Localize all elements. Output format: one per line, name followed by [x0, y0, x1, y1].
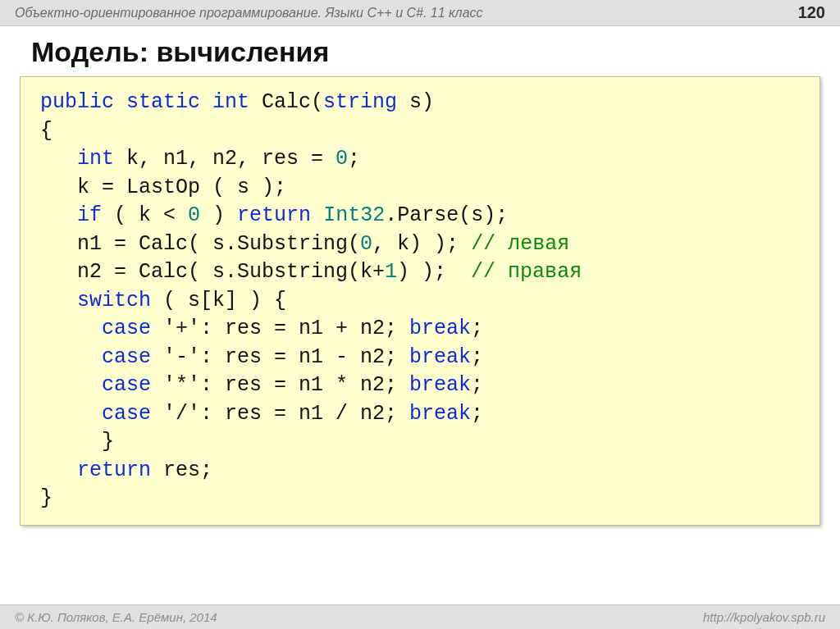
slide: Объектно-ориентированное программировани…	[0, 0, 840, 629]
code-token: 1	[385, 260, 397, 284]
footer-bar: © К.Ю. Поляков, Е.А. Ерёмин, 2014 http:/…	[0, 604, 840, 629]
header-bar: Объектно-ориентированное программировани…	[0, 0, 840, 26]
code-comment: // левая	[471, 232, 569, 256]
code-token: break	[409, 345, 471, 369]
code-token: s)	[397, 90, 434, 114]
code-token: case	[102, 345, 151, 369]
code-token: Int32	[323, 203, 385, 227]
code-token: ;	[471, 373, 483, 397]
code-token: n1 = Calc( s.Substring(	[40, 232, 360, 256]
code-token: ;	[471, 402, 483, 426]
code-listing: public static int Calc(string s) { int k…	[40, 89, 805, 513]
code-token: , k) );	[372, 232, 471, 256]
code-token: ;	[471, 317, 483, 340]
code-token: switch	[77, 289, 151, 312]
code-token: 0	[360, 232, 372, 256]
page-number: 120	[798, 3, 825, 22]
code-token: '/': res = n1 / n2;	[151, 402, 409, 426]
code-token: ;	[348, 147, 360, 171]
footer-url: http://kpolyakov.spb.ru	[703, 610, 825, 624]
code-token: 0	[188, 203, 200, 227]
code-token: break	[409, 402, 471, 426]
code-token: res;	[151, 458, 212, 482]
code-token: k, n1, n2, res =	[114, 147, 336, 171]
code-token: )	[200, 203, 237, 227]
code-token	[311, 203, 323, 227]
code-token: '*': res = n1 * n2;	[151, 373, 409, 397]
code-token: '+': res = n1 + n2;	[151, 317, 409, 340]
code-token: case	[102, 317, 151, 340]
code-token: Calc(	[249, 90, 323, 114]
code-token: if	[77, 203, 102, 227]
code-token: return	[77, 458, 151, 482]
code-token: case	[102, 402, 151, 426]
code-token: {	[40, 119, 52, 143]
code-token: ;	[471, 345, 483, 369]
code-comment: // правая	[471, 260, 582, 284]
code-token: }	[40, 430, 114, 454]
footer-copyright: © К.Ю. Поляков, Е.А. Ерёмин, 2014	[15, 610, 217, 624]
code-token: break	[409, 317, 471, 340]
code-token: string	[323, 90, 397, 114]
code-box: public static int Calc(string s) { int k…	[20, 76, 820, 526]
code-token: '-': res = n1 - n2;	[151, 345, 409, 369]
code-token: 0	[336, 147, 348, 171]
code-token: break	[409, 373, 471, 397]
code-token: return	[237, 203, 311, 227]
code-token: public static int	[40, 90, 249, 114]
code-token: n2 = Calc( s.Substring(k+	[40, 260, 385, 284]
code-token: ( s[k] ) {	[151, 289, 286, 312]
code-token: ) );	[397, 260, 471, 284]
slide-title: Модель: вычисления	[0, 26, 840, 76]
code-token: case	[102, 373, 151, 397]
code-token: .Parse(s);	[385, 203, 508, 227]
code-token: k = LastOp ( s );	[40, 175, 286, 199]
code-token: }	[40, 486, 52, 510]
header-subject: Объектно-ориентированное программировани…	[15, 6, 483, 21]
code-token: int	[77, 147, 114, 171]
code-token: ( k <	[102, 203, 188, 227]
